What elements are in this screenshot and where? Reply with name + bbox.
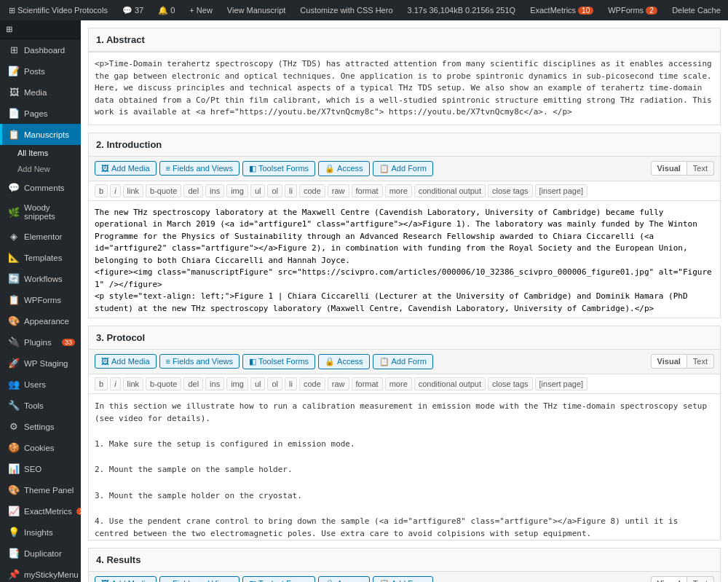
more-btn-intro[interactable]: more (385, 184, 412, 197)
sidebar-item-media[interactable]: 🖼 Media (0, 82, 81, 103)
ul-btn-intro[interactable]: ul (250, 184, 266, 197)
sidebar-item-users[interactable]: 👥 Users (0, 374, 81, 395)
access-button-results[interactable]: 🔒 Access (318, 576, 369, 583)
code-btn-intro[interactable]: code (299, 184, 325, 197)
add-media-button-results[interactable]: 🖼 Add Media (95, 576, 157, 582)
sidebar-item-wp-staging[interactable]: 🚀 WP Staging (0, 353, 81, 374)
sidebar-item-exactmetrics[interactable]: 📈 ExactMetrics 10 (0, 500, 81, 522)
sidebar-item-comments[interactable]: 💬 Comments (0, 177, 81, 198)
sidebar-item-workflows[interactable]: 🔄 Workflows (0, 268, 81, 289)
exact-metrics-badge: 10 (578, 7, 593, 15)
sidebar-item-wpforms[interactable]: 📋 WPForms (0, 289, 81, 310)
format-btn-protocol[interactable]: format (352, 377, 383, 390)
del-btn-intro[interactable]: del (183, 184, 203, 197)
fields-views-button-intro[interactable]: ≡ Fields and Views (159, 161, 240, 176)
bquote-btn-intro[interactable]: b-quote (146, 184, 181, 197)
text-button-intro[interactable]: Text (687, 161, 714, 176)
sidebar-item-woody[interactable]: 🌿 Woody snippets (0, 198, 81, 226)
ins-btn-protocol[interactable]: ins (205, 377, 224, 390)
sidebar-item-theme-panel[interactable]: 🎨 Theme Panel (0, 479, 81, 500)
sidebar-item-pages[interactable]: 📄 Pages (0, 103, 81, 124)
comments-icon: 💬 (8, 182, 20, 193)
li-btn-intro[interactable]: li (285, 184, 297, 197)
add-media-button-protocol[interactable]: 🖼 Add Media (95, 354, 157, 369)
link-btn-protocol[interactable]: link (123, 377, 144, 390)
close-tags-btn-intro[interactable]: close tags (488, 184, 533, 197)
more-btn-protocol[interactable]: more (385, 377, 412, 390)
access-button-protocol[interactable]: 🔒 Access (318, 354, 369, 369)
ol-btn-protocol[interactable]: ol (267, 377, 282, 390)
add-form-button-protocol[interactable]: 📋 Add Form (373, 354, 433, 369)
exact-metrics[interactable]: ExactMetrics 10 (527, 6, 596, 15)
conditional-output-btn-intro[interactable]: conditional output (414, 184, 486, 197)
protocol-content: In this section we illustrate how to run… (89, 394, 720, 540)
sidebar-item-manuscripts[interactable]: 📋 Manuscripts (0, 124, 81, 145)
new-post[interactable]: 🔔 0 (155, 6, 178, 15)
sidebar-item-posts[interactable]: 📝 Posts (0, 60, 81, 82)
sidebar-item-add-new[interactable]: Add New (0, 161, 81, 177)
sidebar-item-templates[interactable]: 📐 Templates (0, 247, 81, 268)
bold-btn-protocol[interactable]: b (95, 377, 108, 390)
ul-btn-protocol[interactable]: ul (250, 377, 266, 390)
sidebar-item-tools[interactable]: 🔧 Tools (0, 395, 81, 416)
text-button-protocol[interactable]: Text (687, 354, 714, 369)
new-button[interactable]: + New (186, 6, 215, 15)
sidebar-item-insights[interactable]: 💡 Insights (0, 522, 81, 543)
add-form-button-intro[interactable]: 📋 Add Form (373, 161, 433, 176)
sidebar-item-dashboard[interactable]: ⊞ Dashboard (0, 39, 81, 60)
bold-btn-intro[interactable]: b (95, 184, 108, 197)
visual-button-intro[interactable]: Visual (651, 161, 687, 176)
access-button-intro[interactable]: 🔒 Access (318, 161, 369, 176)
visual-button-results[interactable]: Visual (651, 576, 687, 582)
sidebar-item-appearance[interactable]: 🎨 Appearance (0, 310, 81, 331)
add-form-button-results[interactable]: 📋 Add Form (373, 576, 433, 583)
css-hero[interactable]: Customize with CSS Hero (297, 6, 395, 15)
wpforms-admin[interactable]: WPForms 2 (605, 6, 660, 15)
conditional-output-btn-protocol[interactable]: conditional output (414, 377, 486, 390)
close-tags-btn-protocol[interactable]: close tags (488, 377, 533, 390)
sidebar-item-cookies[interactable]: 🍪 Cookies (0, 437, 81, 458)
sidebar-item-plugins[interactable]: 🔌 Plugins 33 (0, 331, 81, 353)
italic-btn-intro[interactable]: i (110, 184, 120, 197)
toolset-forms-button-protocol[interactable]: ◧ Toolset Forms (242, 354, 315, 369)
insert-page-btn-protocol[interactable]: [insert page] (535, 377, 588, 390)
view-manuscript[interactable]: View Manuscript (224, 6, 289, 15)
fields-views-button-results[interactable]: ≡ Fields and Views (159, 576, 240, 582)
sidebar-item-all-items[interactable]: All Items (0, 145, 81, 161)
sidebar-item-settings[interactable]: ⚙ Settings (0, 416, 81, 437)
toolset-forms-button-results[interactable]: ◧ Toolset Forms (242, 576, 315, 583)
templates-icon: 📐 (8, 252, 20, 263)
fields-views-icon: ≡ (166, 579, 170, 582)
code-btn-protocol[interactable]: code (299, 377, 325, 390)
delete-cache[interactable]: Delete Cache (669, 6, 724, 15)
italic-btn-protocol[interactable]: i (110, 377, 120, 390)
sidebar-item-label: ExactMetrics (24, 507, 72, 516)
fields-views-button-protocol[interactable]: ≡ Fields and Views (159, 354, 240, 369)
raw-btn-intro[interactable]: raw (328, 184, 349, 197)
text-button-results[interactable]: Text (687, 576, 714, 582)
img-btn-protocol[interactable]: img (226, 377, 248, 390)
fields-views-icon: ≡ (166, 164, 170, 173)
visual-button-protocol[interactable]: Visual (651, 354, 687, 369)
sidebar-item-seo[interactable]: 📊 SEO (0, 458, 81, 479)
toolset-forms-button-intro[interactable]: ◧ Toolset Forms (242, 161, 315, 176)
sidebar-item-label: WP Staging (24, 359, 68, 368)
del-btn-protocol[interactable]: del (183, 377, 203, 390)
format-btn-intro[interactable]: format (352, 184, 383, 197)
img-btn-intro[interactable]: img (226, 184, 248, 197)
bquote-btn-protocol[interactable]: b-quote (146, 377, 181, 390)
ins-btn-intro[interactable]: ins (205, 184, 224, 197)
sidebar-item-mystickymenu[interactable]: 📌 myStickyMenu (0, 564, 81, 582)
site-name[interactable]: ⊞ Scientific Video Protocols (6, 6, 111, 15)
sidebar-item-duplicator[interactable]: 📑 Duplicator (0, 543, 81, 564)
link-btn-intro[interactable]: link (123, 184, 144, 197)
sidebar-item-elementor[interactable]: ◈ Elementor (0, 226, 81, 247)
fields-views-label: Fields and Views (173, 579, 233, 582)
posts-icon: 📝 (8, 66, 20, 76)
add-media-button-intro[interactable]: 🖼 Add Media (95, 161, 157, 176)
li-btn-protocol[interactable]: li (285, 377, 297, 390)
insert-page-btn-intro[interactable]: [insert page] (535, 184, 588, 197)
ol-btn-intro[interactable]: ol (267, 184, 282, 197)
raw-btn-protocol[interactable]: raw (328, 377, 349, 390)
comments-count[interactable]: 💬 37 (119, 6, 146, 15)
